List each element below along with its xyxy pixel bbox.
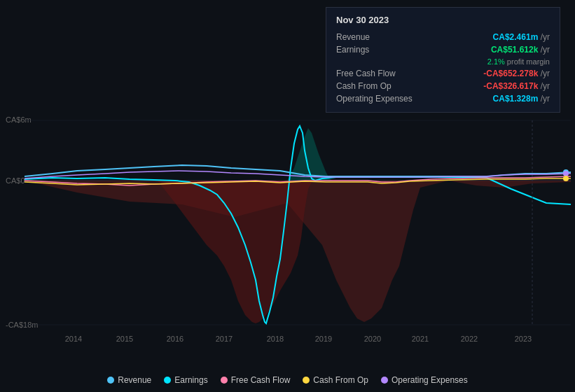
tooltip-label-revenue: Revenue bbox=[336, 31, 450, 43]
tooltip-label-earnings: Earnings bbox=[336, 43, 450, 56]
tooltip-label-fcf: Free Cash Flow bbox=[336, 67, 450, 80]
tooltip-value-cashop: -CA$326.617k /yr bbox=[450, 80, 550, 92]
tooltip-date: Nov 30 2023 bbox=[336, 15, 550, 25]
tooltip-box: Nov 30 2023 Revenue CA$2.461m /yr Earnin… bbox=[326, 7, 560, 113]
legend-dot-fcf bbox=[221, 377, 228, 384]
svg-point-9 bbox=[563, 171, 569, 176]
tooltip-label-cashop: Cash From Op bbox=[336, 80, 450, 92]
legend-label-revenue: Revenue bbox=[118, 375, 151, 385]
legend-label-earnings: Earnings bbox=[174, 375, 207, 385]
legend-revenue: Revenue bbox=[107, 375, 151, 385]
legend-fcf: Free Cash Flow bbox=[221, 375, 291, 385]
x-label-2021: 2021 bbox=[412, 335, 429, 343]
tooltip-value-fcf: -CA$652.278k /yr bbox=[450, 67, 550, 80]
x-label-2019: 2019 bbox=[315, 335, 332, 343]
x-label-2016: 2016 bbox=[167, 335, 183, 343]
x-label-2017: 2017 bbox=[216, 335, 233, 343]
legend-label-fcf: Free Cash Flow bbox=[231, 375, 291, 385]
chart-container: Nov 30 2023 Revenue CA$2.461m /yr Earnin… bbox=[0, 0, 575, 392]
x-label-2018: 2018 bbox=[267, 335, 284, 343]
legend-dot-revenue bbox=[107, 377, 114, 384]
tooltip-label-opex: Operating Expenses bbox=[336, 92, 450, 105]
y-label-top: CA$6m bbox=[6, 115, 32, 124]
legend-opex: Operating Expenses bbox=[381, 375, 468, 385]
tooltip-value-revenue: CA$2.461m /yr bbox=[450, 31, 550, 43]
legend-dot-cashop bbox=[303, 377, 310, 384]
x-label-2022: 2022 bbox=[461, 335, 478, 343]
legend-label-cashop: Cash From Op bbox=[313, 375, 368, 385]
legend-label-opex: Operating Expenses bbox=[392, 375, 468, 385]
tooltip-value-earnings: CA$51.612k /yr bbox=[450, 43, 550, 56]
chart-legend: Revenue Earnings Free Cash Flow Cash Fro… bbox=[0, 375, 575, 385]
svg-point-10 bbox=[563, 176, 569, 181]
x-label-2023: 2023 bbox=[515, 335, 532, 343]
x-label-2020: 2020 bbox=[364, 335, 381, 343]
legend-dot-earnings bbox=[164, 377, 171, 384]
legend-dot-opex bbox=[381, 377, 388, 384]
x-label-2014: 2014 bbox=[65, 335, 82, 343]
legend-earnings: Earnings bbox=[164, 375, 207, 385]
x-label-2015: 2015 bbox=[116, 335, 133, 343]
y-label-zero: CA$0 bbox=[6, 176, 25, 185]
tooltip-margin: 2.1% profit margin bbox=[450, 56, 550, 67]
legend-cashop: Cash From Op bbox=[303, 375, 368, 385]
tooltip-value-opex: CA$1.328m /yr bbox=[450, 92, 550, 105]
